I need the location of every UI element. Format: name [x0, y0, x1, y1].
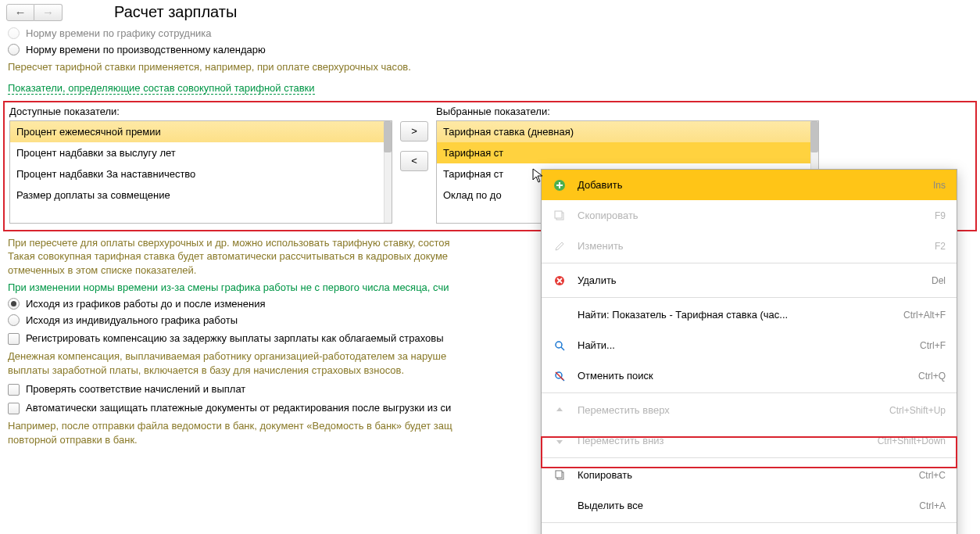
menu-cancel-find[interactable]: Отменить поиск Ctrl+Q — [542, 360, 957, 391]
search-cancel-icon — [553, 371, 567, 382]
arrow-up-icon — [553, 406, 567, 415]
scrollbar[interactable] — [384, 121, 392, 223]
menu-shortcut: Ctrl+Q — [918, 371, 946, 382]
copy-icon — [553, 210, 567, 221]
menu-move-up: Переместить вверх Ctrl+Shift+Up — [542, 395, 957, 425]
menu-clone: Скопировать F9 — [542, 200, 957, 231]
list-item[interactable]: Размер доплаты за совмещение — [10, 185, 392, 206]
menu-separator — [542, 457, 957, 458]
menu-shortcut: Del — [932, 275, 946, 286]
plus-circle-icon — [553, 179, 567, 192]
list-item[interactable]: Процент надбавки За наставничество — [10, 163, 392, 185]
info-hint-1: Пересчет тарифной ставки применяется, на… — [8, 60, 972, 74]
pencil-icon — [553, 241, 567, 252]
check-label: Автоматически защищать платежные докумен… — [26, 402, 451, 414]
menu-separator — [542, 263, 957, 263]
clipboard-icon — [553, 470, 567, 481]
menu-label: Скопировать — [578, 210, 924, 221]
menu-shortcut: F2 — [935, 241, 946, 252]
delete-icon — [553, 275, 567, 286]
nav-back-button[interactable]: ← — [6, 4, 34, 21]
indicators-link[interactable]: Показатели, определяющие состав совокупн… — [8, 82, 315, 95]
transfer-buttons: > < — [400, 121, 428, 171]
menu-find[interactable]: Найти... Ctrl+F — [542, 330, 957, 360]
move-right-button[interactable]: > — [400, 121, 428, 142]
radio-icon — [8, 27, 20, 39]
svg-rect-2 — [555, 211, 562, 218]
menu-separator — [542, 297, 957, 298]
list-item[interactable]: Процент ежемесячной премии — [10, 121, 392, 142]
menu-label: Отменить поиск — [578, 370, 907, 382]
nav-forward-button[interactable]: → — [34, 4, 63, 21]
radio-label: Норму времени по графику сотрудника — [26, 27, 212, 39]
radio-label: Исходя из индивидуального графика работы — [26, 314, 238, 326]
menu-shortcut: Ins — [933, 180, 946, 191]
available-list[interactable]: Процент ежемесячной премии Процент надба… — [9, 120, 392, 224]
arrow-down-icon — [553, 436, 567, 446]
menu-separator — [542, 392, 957, 393]
menu-label: Удалить — [578, 274, 921, 286]
menu-select-all[interactable]: Выделить все Ctrl+A — [542, 490, 957, 521]
list-item[interactable]: Процент надбавки за выслугу лет — [10, 142, 392, 163]
check-label: Проверять соответствие начислений и выпл… — [26, 383, 245, 395]
page-title: Расчет зарплаты — [114, 3, 237, 21]
context-menu: Добавить Ins Скопировать F9 Изменить F2 … — [541, 169, 957, 534]
nav-group: ← → — [6, 4, 63, 21]
menu-shortcut: Ctrl+Shift+Down — [878, 435, 946, 446]
menu-delete[interactable]: Удалить Del — [542, 265, 957, 296]
checkbox-icon — [8, 384, 20, 396]
menu-label: Изменить — [578, 240, 924, 252]
svg-rect-7 — [556, 471, 562, 478]
search-icon — [553, 340, 567, 351]
available-label: Доступные показатели: — [9, 106, 392, 117]
menu-label: Найти: Показатель - Тарифная ставка (час… — [578, 309, 892, 321]
menu-search-everywhere[interactable]: Искать везде Alt+L — [542, 525, 957, 534]
move-left-button[interactable]: < — [400, 151, 428, 171]
radio-icon — [8, 298, 20, 310]
radio-label: Исходя из графиков работы до и после изм… — [26, 298, 266, 310]
radio-icon — [8, 44, 20, 56]
radio-norm-graph[interactable]: Норму времени по графику сотрудника — [8, 27, 972, 39]
menu-label: Добавить — [578, 179, 922, 191]
menu-edit: Изменить F2 — [542, 231, 957, 261]
radio-norm-calendar[interactable]: Норму времени по производственному кален… — [8, 44, 972, 56]
menu-shortcut: Ctrl+C — [919, 470, 946, 481]
menu-label: Копировать — [578, 469, 908, 481]
check-label: Регистрировать компенсацию за задержку в… — [26, 332, 444, 344]
svg-point-4 — [556, 342, 562, 348]
menu-shortcut: Ctrl+Alt+F — [903, 310, 946, 321]
menu-separator — [542, 522, 957, 523]
menu-label: Переместить вниз — [578, 435, 867, 446]
selected-label: Выбранные показатели: — [436, 106, 819, 117]
menu-shortcut: Ctrl+A — [919, 500, 946, 511]
menu-shortcut: Ctrl+F — [920, 340, 946, 351]
toolbar: ← → Расчет зарплаты — [0, 0, 980, 24]
radio-icon — [8, 314, 20, 326]
checkbox-icon — [8, 403, 20, 414]
list-item[interactable]: Тарифная ставка (дневная) — [437, 121, 818, 142]
menu-copy[interactable]: Копировать Ctrl+C — [542, 460, 957, 490]
menu-label: Переместить вверх — [578, 404, 878, 416]
radio-label: Норму времени по производственному кален… — [26, 44, 266, 56]
menu-label: Найти... — [578, 339, 909, 351]
checkbox-icon — [8, 333, 20, 345]
cursor-icon — [532, 168, 545, 187]
menu-shortcut: F9 — [935, 210, 946, 221]
menu-label: Выделить все — [578, 500, 908, 511]
menu-move-down: Переместить вниз Ctrl+Shift+Down — [542, 425, 957, 456]
list-item[interactable]: Тарифная ст — [437, 142, 818, 163]
menu-shortcut: Ctrl+Shift+Up — [889, 405, 946, 416]
menu-find-full[interactable]: Найти: Показатель - Тарифная ставка (час… — [542, 299, 957, 330]
menu-add[interactable]: Добавить Ins — [542, 170, 957, 200]
available-col: Доступные показатели: Процент ежемесячно… — [9, 106, 392, 224]
